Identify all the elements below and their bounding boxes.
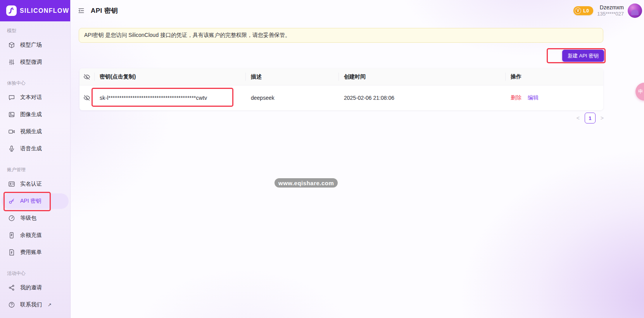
sidebar-item-my-invites[interactable]: 我的邀请 <box>2 280 69 295</box>
question-icon <box>8 301 15 308</box>
notice-banner: API密钥 是您访问 SiliconCloud 接口的凭证，具有该账户的完整权限… <box>79 28 603 43</box>
key-icon <box>8 198 15 205</box>
sidebar-item-label: 我的邀请 <box>20 284 42 291</box>
eye-off-icon[interactable] <box>83 73 90 80</box>
sidebar-item-api-keys[interactable]: API 密钥 <box>2 193 69 209</box>
floating-widget-button[interactable]: 申 <box>635 83 644 101</box>
column-header-created: 创建时间 <box>338 68 505 85</box>
sidebar-item-label: 模型广场 <box>20 42 42 49</box>
vip-v-icon: V <box>575 7 581 14</box>
sidebar: SILICONFLOW 模型 模型广场 模型微调 体验中心 文本对话 图像生成 … <box>0 0 71 318</box>
level-badge[interactable]: V L0 <box>573 6 593 15</box>
share-icon <box>8 284 15 291</box>
sidebar-item-label: 图像生成 <box>20 111 42 118</box>
main-content: API 密钥 V L0 Dzezmxm 135*****027 API密钥 是您… <box>71 0 644 318</box>
user-avatar[interactable] <box>628 3 642 18</box>
idcard-icon <box>8 181 15 188</box>
page-header: API 密钥 <box>78 0 118 21</box>
menu-fold-icon[interactable] <box>78 7 85 14</box>
sidebar-item-label: 语音生成 <box>20 145 42 152</box>
chat-icon <box>8 94 15 101</box>
sidebar-item-video-gen[interactable]: 视频生成 <box>2 124 69 139</box>
delete-key-link[interactable]: 删除 <box>511 94 521 101</box>
app-root: SILICONFLOW 模型 模型广场 模型微调 体验中心 文本对话 图像生成 … <box>0 0 644 318</box>
sidebar-section-models: 模型 <box>7 28 63 34</box>
sidebar-item-label: 视频生成 <box>20 128 42 135</box>
column-header-operations: 操作 <box>505 68 603 85</box>
sidebar-item-label: 模型微调 <box>20 59 42 66</box>
mic-icon <box>8 145 15 152</box>
api-key-masked[interactable]: sk-l************************************… <box>100 95 207 101</box>
sidebar-item-text-chat[interactable]: 文本对话 <box>2 90 69 105</box>
sidebar-item-voice-gen[interactable]: 语音生成 <box>2 141 69 156</box>
sidebar-item-model-square[interactable]: 模型广场 <box>2 37 69 53</box>
user-phone: 135*****027 <box>597 11 624 17</box>
pagination-next-icon[interactable]: > <box>601 113 604 123</box>
edit-key-link[interactable]: 编辑 <box>528 94 539 101</box>
user-area: V L0 Dzezmxm 135*****027 <box>573 3 642 18</box>
sidebar-section-account: 账户管理 <box>7 167 63 173</box>
sidebar-section-playground: 体验中心 <box>7 80 63 86</box>
sidebar-item-contact-us[interactable]: 联系我们 ↗ <box>2 297 69 313</box>
user-name: Dzezmxm <box>600 4 624 11</box>
new-api-key-button[interactable]: 新建 API 密钥 <box>562 50 604 62</box>
floating-widget-label: 申 <box>638 88 643 95</box>
bill-icon <box>8 249 15 256</box>
user-names: Dzezmxm 135*****027 <box>597 4 624 17</box>
sidebar-item-label: 余额充值 <box>20 232 42 239</box>
sidebar-item-balance-recharge[interactable]: 余额充值 <box>2 228 69 243</box>
external-link-icon: ↗ <box>48 302 52 308</box>
sidebar-item-label: 费用账单 <box>20 249 42 256</box>
watermark: www.eqishare.com <box>275 178 338 188</box>
video-icon <box>8 128 15 135</box>
image-icon <box>8 111 15 118</box>
sidebar-item-docs-center[interactable]: 文档中心 ↗ <box>2 314 69 318</box>
table-header-row: 密钥(点击复制) 描述 创建时间 操作 <box>79 68 603 85</box>
level-label: L0 <box>583 8 589 14</box>
table-row: sk-l************************************… <box>79 85 603 110</box>
pagination-page-1[interactable]: 1 <box>585 113 596 123</box>
brand-name: SILICONFLOW <box>20 7 69 14</box>
gauge-icon <box>8 215 15 222</box>
cube-icon <box>8 42 15 49</box>
sidebar-section-activity: 活动中心 <box>7 270 63 276</box>
page-title: API 密钥 <box>91 6 118 15</box>
sidebar-item-label: 联系我们 <box>20 301 42 308</box>
sidebar-item-billing[interactable]: 费用账单 <box>2 245 69 260</box>
sidebar-item-image-gen[interactable]: 图像生成 <box>2 107 69 122</box>
tune-icon <box>8 59 15 66</box>
pagination-prev-icon[interactable]: < <box>577 113 580 123</box>
recharge-icon <box>8 232 15 239</box>
key-description: deepseek <box>251 95 275 101</box>
column-header-description: 描述 <box>245 68 338 85</box>
notice-text: API密钥 是您访问 SiliconCloud 接口的凭证，具有该账户的完整权限… <box>84 32 290 39</box>
sidebar-item-label: 实名认证 <box>20 181 42 188</box>
sidebar-item-label: API 密钥 <box>20 198 41 205</box>
eye-off-icon[interactable] <box>83 94 90 101</box>
column-header-key: 密钥(点击复制) <box>94 68 245 85</box>
sidebar-item-label: 等级包 <box>20 215 36 222</box>
siliconflow-logo-icon <box>6 5 17 16</box>
sidebar-item-tier-package[interactable]: 等级包 <box>2 210 69 226</box>
pagination: < 1 > <box>577 113 604 123</box>
sidebar-item-model-finetune[interactable]: 模型微调 <box>2 54 69 70</box>
sidebar-item-label: 文本对话 <box>20 94 42 101</box>
api-keys-table: 密钥(点击复制) 描述 创建时间 操作 sk-l****************… <box>79 68 603 110</box>
brand-logo[interactable]: SILICONFLOW <box>0 0 70 21</box>
key-created-time: 2025-02-06 21:08:06 <box>344 95 394 101</box>
sidebar-item-real-name-auth[interactable]: 实名认证 <box>2 176 69 192</box>
